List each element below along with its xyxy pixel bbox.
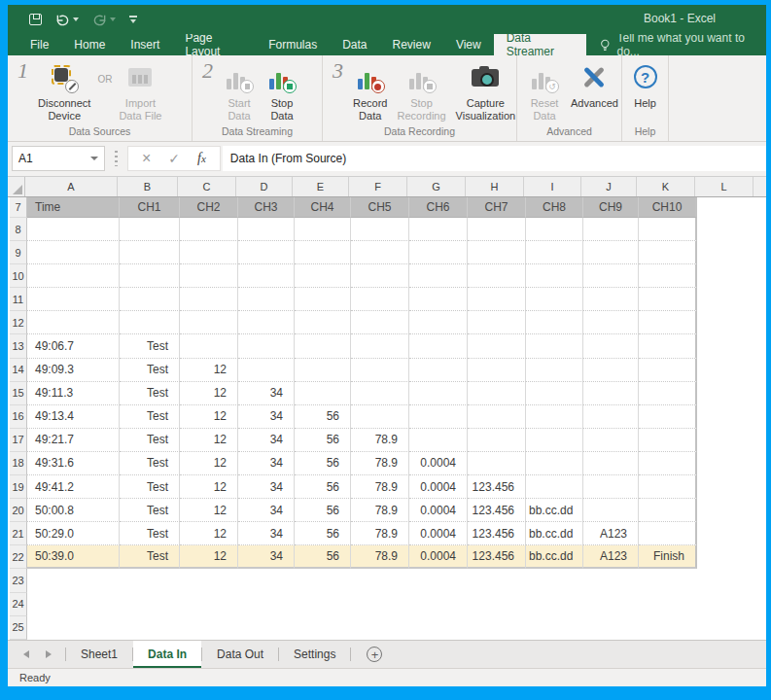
column-header-F[interactable]: F	[349, 177, 407, 196]
cell-A9[interactable]	[27, 241, 120, 264]
cell-A14[interactable]: 49:09.3	[27, 359, 120, 382]
cell-C20[interactable]: 12	[180, 499, 238, 522]
cell-H21[interactable]: 123.456	[468, 522, 526, 545]
cell-B9[interactable]	[120, 241, 180, 264]
cell-H9[interactable]	[468, 241, 526, 264]
cell-E21[interactable]: 56	[295, 522, 351, 545]
cell-G20[interactable]: 0.0004	[409, 499, 468, 522]
cell-G11[interactable]	[409, 288, 468, 311]
cell-K19[interactable]	[639, 475, 697, 499]
cell-G16[interactable]	[409, 405, 468, 429]
column-header-E[interactable]: E	[293, 177, 349, 196]
cell-H16[interactable]	[468, 405, 526, 429]
cell-J18[interactable]	[583, 452, 639, 475]
disconnect-device-button[interactable]: Disconnect Device	[33, 60, 95, 123]
cell-D20[interactable]: 34	[238, 499, 295, 522]
cell-A12[interactable]	[27, 311, 120, 334]
cell-L22[interactable]	[697, 545, 755, 569]
cell-L7[interactable]	[697, 197, 755, 218]
name-box-dropdown-icon[interactable]	[90, 157, 98, 160]
worksheet-grid[interactable]: 7TimeCH1CH2CH3CH4CH5CH6CH7CH8CH9CH108910…	[8, 197, 766, 640]
column-header-H[interactable]: H	[466, 177, 524, 196]
cell-E9[interactable]	[295, 241, 351, 264]
advanced-button[interactable]: Advanced	[566, 60, 623, 111]
cell-E11[interactable]	[295, 288, 351, 311]
cell-H20[interactable]: 123.456	[468, 499, 526, 522]
cell-J22[interactable]: A123	[583, 545, 639, 569]
cell-F19[interactable]: 78.9	[351, 475, 409, 499]
cell-A11[interactable]	[27, 288, 120, 311]
cell-H19[interactable]: 123.456	[468, 475, 526, 499]
stop-data-button[interactable]: Stop Data	[261, 60, 303, 123]
cell-K13[interactable]	[639, 334, 697, 358]
cell-G9[interactable]	[409, 241, 468, 264]
cell-G13[interactable]	[409, 334, 468, 358]
cell-E22[interactable]: 56	[295, 545, 351, 569]
cell-J10[interactable]	[583, 264, 639, 288]
cell-J7[interactable]: CH9	[583, 197, 639, 218]
cell-J16[interactable]	[583, 405, 639, 429]
cell-E12[interactable]	[295, 311, 351, 334]
cell-I13[interactable]	[526, 334, 583, 358]
cell-F7[interactable]: CH5	[351, 197, 409, 218]
cell-E7[interactable]: CH4	[295, 197, 351, 218]
cell-F16[interactable]	[351, 405, 409, 429]
cell-B18[interactable]: Test	[120, 452, 180, 475]
cell-J11[interactable]	[583, 288, 639, 311]
cell-I16[interactable]	[526, 405, 583, 429]
cell-J17[interactable]	[583, 429, 639, 452]
sheet-tab-sheet1[interactable]: Sheet1	[66, 641, 132, 668]
cell-B12[interactable]	[120, 311, 180, 334]
cell-I10[interactable]	[526, 264, 583, 288]
cell-C21[interactable]: 12	[180, 522, 238, 545]
cell-C7[interactable]: CH2	[180, 197, 238, 218]
cell-K12[interactable]	[639, 311, 697, 334]
row-header-22[interactable]: 22	[10, 545, 27, 569]
new-sheet-button[interactable]: +	[367, 647, 382, 662]
cell-A22[interactable]: 50:39.0	[27, 545, 120, 569]
cell-K16[interactable]	[639, 405, 697, 429]
tell-me-box[interactable]: Tell me what you want to do...	[586, 34, 766, 55]
column-header-L[interactable]: L	[695, 177, 753, 196]
cell-G12[interactable]	[409, 311, 468, 334]
cell-B20[interactable]: Test	[120, 499, 180, 522]
cell-L13[interactable]	[697, 334, 755, 358]
blank-row-area[interactable]	[27, 593, 766, 616]
cell-J21[interactable]: A123	[583, 522, 639, 545]
cell-I8[interactable]	[526, 218, 583, 241]
cell-H14[interactable]	[468, 359, 526, 382]
cell-G15[interactable]	[409, 382, 468, 405]
cell-J9[interactable]	[583, 241, 639, 264]
column-header-B[interactable]: B	[118, 177, 178, 196]
tab-file[interactable]: File	[18, 34, 61, 55]
cell-L8[interactable]	[697, 218, 755, 241]
cell-I18[interactable]	[526, 452, 583, 475]
row-header-11[interactable]: 11	[10, 288, 27, 311]
cell-D10[interactable]	[238, 264, 295, 288]
cell-C17[interactable]: 12	[180, 429, 238, 452]
record-data-button[interactable]: Record Data	[348, 60, 392, 123]
cell-J15[interactable]	[583, 382, 639, 405]
column-header-A[interactable]: A	[25, 177, 118, 196]
tab-view[interactable]: View	[443, 34, 494, 55]
select-all-corner[interactable]	[8, 177, 25, 196]
cell-J12[interactable]	[583, 311, 639, 334]
cell-J20[interactable]	[583, 499, 639, 522]
tab-review[interactable]: Review	[380, 34, 443, 55]
cell-H22[interactable]: 123.456	[468, 545, 526, 569]
undo-dropdown-icon[interactable]	[73, 18, 79, 21]
cell-B17[interactable]: Test	[120, 429, 180, 452]
row-header-20[interactable]: 20	[10, 499, 27, 522]
cell-G18[interactable]: 0.0004	[409, 452, 468, 475]
cell-L10[interactable]	[697, 264, 755, 288]
cell-I17[interactable]	[526, 429, 583, 452]
cell-D15[interactable]: 34	[238, 382, 295, 405]
cell-L15[interactable]	[697, 382, 755, 405]
cell-F14[interactable]	[351, 359, 409, 382]
cell-I9[interactable]	[526, 241, 583, 264]
cell-K9[interactable]	[639, 241, 697, 264]
sheet-tab-data-in[interactable]: Data In	[133, 641, 201, 668]
row-header-14[interactable]: 14	[10, 359, 27, 382]
cell-E15[interactable]	[295, 382, 351, 405]
cell-F8[interactable]	[351, 218, 409, 241]
